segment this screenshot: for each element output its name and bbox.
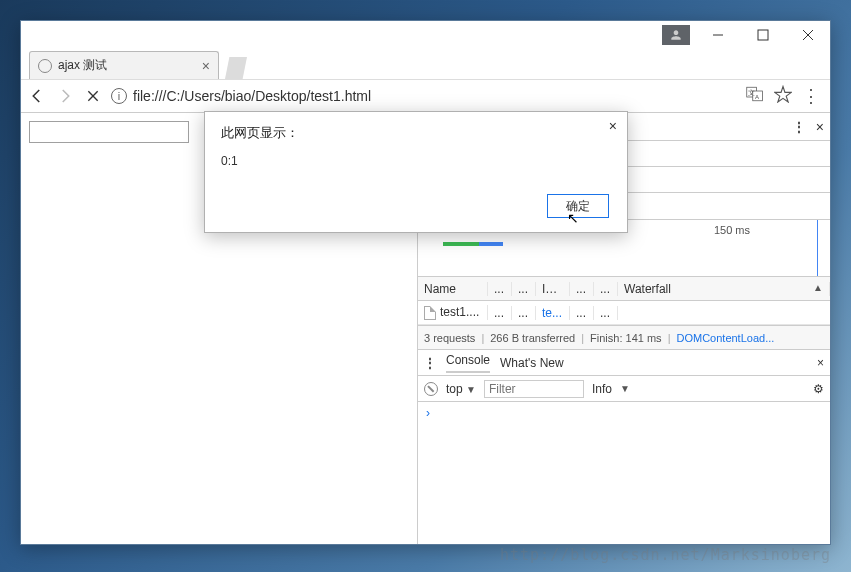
clear-console-icon[interactable] xyxy=(424,382,438,396)
browser-window: ajax 测试 × i file:///C:/Users/biao/Deskto… xyxy=(20,20,831,545)
forward-button[interactable] xyxy=(55,86,75,106)
devtools-menu-icon[interactable]: ⋮ xyxy=(793,120,806,134)
network-status-bar: 3 requests| 266 B transferred| Finish: 1… xyxy=(418,325,830,349)
context-select[interactable]: top ▼ xyxy=(446,382,476,396)
col-waterfall[interactable]: Waterfall▲ xyxy=(618,282,830,296)
favicon-icon xyxy=(38,59,52,73)
status-finish: Finish: 141 ms xyxy=(590,332,662,344)
console-toolbar: top ▼ Info ▼ ⚙ xyxy=(418,376,830,402)
console-prompt: › xyxy=(426,406,430,420)
cell-name: test1.... xyxy=(418,305,488,320)
col-dots3[interactable]: ... xyxy=(570,282,594,296)
drawer-close-icon[interactable]: × xyxy=(817,356,824,370)
table-row[interactable]: test1.... ... ... te... ... ... xyxy=(418,301,830,325)
file-icon xyxy=(424,306,436,320)
svg-text:A: A xyxy=(755,94,759,100)
cell-initiator[interactable]: te... xyxy=(536,306,570,320)
level-select[interactable]: Info xyxy=(592,382,612,396)
cell-dots1: ... xyxy=(488,306,512,320)
watermark-text: http://blog.csdn.net/Marksinoberg xyxy=(500,546,831,564)
site-info-icon[interactable]: i xyxy=(111,88,127,104)
translate-icon[interactable]: 文A xyxy=(746,86,764,106)
tab-title: ajax 测试 xyxy=(58,57,196,74)
status-transferred: 266 B transferred xyxy=(490,332,575,344)
browser-tab[interactable]: ajax 测试 × xyxy=(29,51,219,79)
console-settings-icon[interactable]: ⚙ xyxy=(813,382,824,396)
toolbar: i file:///C:/Users/biao/Desktop/test1.ht… xyxy=(21,79,830,113)
user-indicator[interactable] xyxy=(662,25,690,45)
sort-icon: ▲ xyxy=(813,282,823,293)
menu-button[interactable]: ⋮ xyxy=(802,85,820,107)
back-button[interactable] xyxy=(27,86,47,106)
alert-close-icon[interactable]: × xyxy=(609,118,617,134)
tab-whats-new[interactable]: What's New xyxy=(500,356,564,370)
minimize-button[interactable] xyxy=(695,21,740,49)
cell-dots2: ... xyxy=(512,306,536,320)
timeline-tick: 150 ms xyxy=(714,224,750,236)
col-dots1[interactable]: ... xyxy=(488,282,512,296)
address-bar[interactable]: i file:///C:/Users/biao/Desktop/test1.ht… xyxy=(111,84,738,108)
cell-dots4: ... xyxy=(594,306,618,320)
drawer-menu-icon[interactable]: ⋮ xyxy=(424,356,436,370)
close-tab-icon[interactable]: × xyxy=(202,58,210,74)
col-dots4[interactable]: ... xyxy=(594,282,618,296)
window-titlebar xyxy=(21,21,830,49)
svg-rect-1 xyxy=(758,30,768,40)
alert-message: 0:1 xyxy=(221,154,611,168)
console-body[interactable]: › xyxy=(418,402,830,424)
col-initiator[interactable]: Ini... xyxy=(536,282,570,296)
alert-ok-button[interactable]: 确定 xyxy=(547,194,609,218)
maximize-button[interactable] xyxy=(740,21,785,49)
page-text-input[interactable] xyxy=(29,121,189,143)
status-requests: 3 requests xyxy=(424,332,475,344)
tab-console[interactable]: Console xyxy=(446,353,490,373)
svg-text:文: 文 xyxy=(748,89,755,96)
bookmark-icon[interactable] xyxy=(774,85,792,107)
close-window-button[interactable] xyxy=(785,21,830,49)
url-text: file:///C:/Users/biao/Desktop/test1.html xyxy=(133,88,371,104)
console-filter-input[interactable] xyxy=(484,380,584,398)
drawer-tabbar: ⋮ Console What's New × xyxy=(418,350,830,376)
stop-button[interactable] xyxy=(83,86,103,106)
person-icon xyxy=(669,28,683,42)
javascript-alert: × 此网页显示： 0:1 确定 ↖ xyxy=(204,111,628,233)
devtools-close-icon[interactable]: × xyxy=(816,119,824,135)
cell-dots3: ... xyxy=(570,306,594,320)
timeline-marker xyxy=(817,220,818,276)
status-dcl: DOMContentLoad... xyxy=(676,332,774,344)
chevron-down-icon: ▼ xyxy=(620,383,630,394)
col-name[interactable]: Name xyxy=(418,282,488,296)
col-dots2[interactable]: ... xyxy=(512,282,536,296)
alert-title: 此网页显示： xyxy=(221,124,611,142)
tab-strip: ajax 测试 × xyxy=(21,49,830,79)
network-table: Name ... ... Ini... ... ... Waterfall▲ t… xyxy=(418,277,830,325)
new-tab-button[interactable] xyxy=(225,57,247,79)
devtools-drawer: ⋮ Console What's New × top ▼ Info ▼ ⚙ › xyxy=(418,349,830,424)
timeline-bar xyxy=(443,242,503,246)
table-header: Name ... ... Ini... ... ... Waterfall▲ xyxy=(418,277,830,301)
